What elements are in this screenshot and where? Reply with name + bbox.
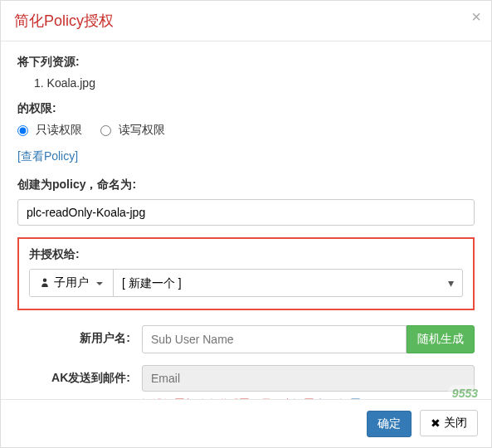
grant-type-label: 子用户 (54, 275, 89, 290)
grant-label: 并授权给: (29, 247, 463, 262)
policy-name-input[interactable] (17, 199, 475, 226)
radio-readwrite-label: 读写权限 (119, 123, 165, 136)
confirm-button-label: 确定 (378, 416, 401, 431)
caret-down-icon (93, 276, 103, 290)
grant-type-dropdown[interactable]: 子用户 (30, 270, 114, 296)
grant-target-select[interactable]: [ 新建一个 ] (114, 270, 440, 296)
modal-body: 将下列资源: 1. Koala.jpg 的权限: 只读权限 读写权限 [查看Po… (1, 41, 491, 436)
radio-readonly-label: 只读权限 (36, 123, 82, 136)
ak-email-label: AK发送到邮件: (17, 365, 142, 386)
permission-radio-group: 只读权限 读写权限 (17, 123, 475, 138)
resource-item: 1. Koala.jpg (34, 76, 475, 90)
user-icon (40, 276, 50, 290)
ak-email-input (142, 365, 475, 392)
grant-highlight-box: 并授权给: 子用户 [ 新建一个 ] ▾ (17, 237, 475, 310)
modal-footer: 确定 ✖ 关闭 (1, 399, 491, 447)
permission-label: 的权限: (17, 101, 475, 116)
resources-label: 将下列资源: (17, 55, 475, 70)
new-user-label: 新用户名: (17, 325, 142, 346)
create-policy-label: 创建为policy，命名为: (17, 178, 475, 192)
close-button[interactable]: ✖ 关闭 (420, 410, 478, 436)
new-user-row: 新用户名: 随机生成 (17, 325, 475, 353)
close-icon[interactable]: × (471, 7, 481, 27)
policy-auth-modal: 简化Policy授权 × 将下列资源: 1. Koala.jpg 的权限: 只读… (0, 0, 492, 448)
radio-readonly[interactable]: 只读权限 (17, 123, 85, 136)
radio-readwrite-input[interactable] (100, 125, 111, 136)
new-user-input[interactable] (142, 325, 407, 353)
radio-readonly-input[interactable] (17, 125, 28, 136)
radio-readwrite[interactable]: 读写权限 (100, 123, 165, 136)
modal-title: 简化Policy授权 (14, 11, 478, 31)
grant-input-group: 子用户 [ 新建一个 ] ▾ (29, 269, 463, 297)
select-caret-icon: ▾ (440, 270, 462, 296)
confirm-button[interactable]: 确定 (367, 411, 412, 437)
random-generate-button[interactable]: 随机生成 (407, 325, 475, 353)
close-button-label: 关闭 (444, 416, 467, 431)
close-x-icon: ✖ (431, 416, 441, 430)
modal-header: 简化Policy授权 × (1, 1, 491, 41)
view-policy-link[interactable]: [查看Policy] (17, 149, 78, 164)
resource-list: 1. Koala.jpg (34, 76, 475, 90)
